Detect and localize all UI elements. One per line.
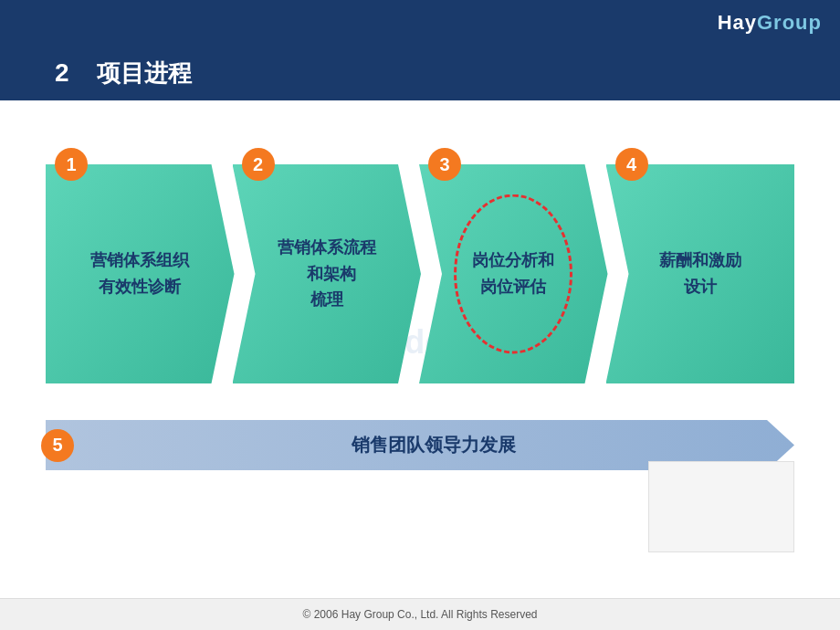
badge-2: 2	[242, 148, 275, 181]
header-bar: HayGroup	[0, 0, 840, 46]
arrow-1: 营销体系组织有效性诊断	[46, 164, 235, 383]
content-area: www.bdcg.com 1 营销体系组织有效性诊断 2 营销体系流程 和架构梳…	[27, 100, 813, 584]
title-section: 2 项目进程	[0, 46, 840, 100]
arrow-3-text: 岗位分析和岗位评估	[458, 247, 568, 300]
badge-3: 3	[428, 148, 461, 181]
logo-hay: Hay	[718, 11, 757, 34]
arrow-2-wrapper: 2 营销体系流程 和架构梳理	[233, 164, 422, 383]
arrow-1-text: 营销体系组织有效性诊断	[77, 247, 203, 300]
bottom-arrow-text: 销售团队领导力发展	[352, 433, 516, 457]
slide-number: 2	[55, 58, 69, 88]
arrow-4-wrapper: 4 薪酬和激励设计	[606, 164, 795, 383]
badge-5: 5	[41, 429, 74, 462]
footer-text: © 2006 Hay Group Co., Ltd. All Rights Re…	[303, 608, 538, 621]
slide-title: 项目进程	[97, 58, 192, 89]
arrow-1-wrapper: 1 营销体系组织有效性诊断	[46, 164, 235, 383]
arrow-3: 岗位分析和岗位评估	[419, 164, 608, 383]
arrow-4-text: 薪酬和激励设计	[646, 247, 755, 300]
footer: © 2006 Hay Group Co., Ltd. All Rights Re…	[0, 598, 840, 630]
badge-4: 4	[615, 148, 648, 181]
arrow-2-text: 营销体系流程 和架构梳理	[264, 235, 390, 313]
white-box	[648, 461, 794, 552]
logo-group: Group	[757, 11, 822, 34]
arrows-container: 1 营销体系组织有效性诊断 2 营销体系流程 和架构梳理 3 岗位分析和岗位评估…	[46, 137, 794, 411]
badge-1: 1	[55, 148, 88, 181]
arrow-3-wrapper: 3 岗位分析和岗位评估	[419, 164, 608, 383]
arrow-2: 营销体系流程 和架构梳理	[233, 164, 422, 383]
logo: HayGroup	[718, 11, 822, 35]
arrow-4: 薪酬和激励设计	[606, 164, 795, 383]
